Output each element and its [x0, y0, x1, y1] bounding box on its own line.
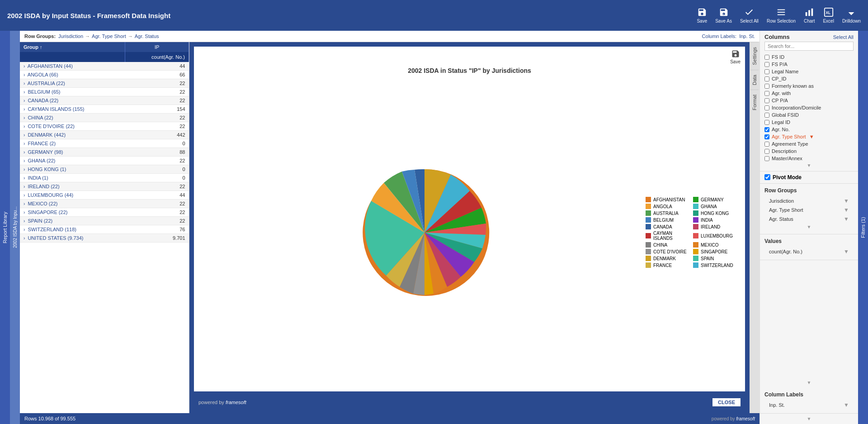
data-tab[interactable]: Data	[750, 70, 759, 90]
col-master-annex-check[interactable]	[764, 156, 769, 161]
search-section	[760, 42, 858, 53]
col-cpid-check[interactable]	[764, 76, 769, 81]
report-library-sidebar[interactable]: Report Library	[0, 31, 10, 424]
scroll-down-columns[interactable]: ▼	[764, 162, 854, 169]
row-expand-cell[interactable]: › CAYMAN ISLANDS (155)	[20, 105, 125, 114]
legend-color-denmark	[646, 256, 651, 261]
scroll-down-rowgroups[interactable]: ▼	[764, 224, 854, 230]
table-row[interactable]: › SPAIN (22) 22	[20, 217, 189, 225]
legend-item-belgium: BELGIUM	[646, 217, 689, 223]
col-incorp-check[interactable]	[764, 105, 769, 110]
chart-button[interactable]: Chart	[804, 7, 815, 24]
breadcrumb-agr-status: Agr. Status	[135, 33, 159, 39]
table-row[interactable]: › MEXICO (22) 22	[20, 200, 189, 208]
row-expand-cell[interactable]: › COTE D'IVOIRE (22)	[20, 122, 125, 131]
col-fspa-check[interactable]	[764, 62, 769, 67]
col-fsid-check[interactable]	[764, 55, 769, 60]
pivot-mode-checkbox[interactable]	[764, 174, 770, 180]
col-fsid: FS ID	[764, 53, 854, 61]
col-legal-id-check[interactable]	[764, 120, 769, 125]
row-expand-cell[interactable]: › AUSTRALIA (22)	[20, 79, 125, 88]
row-expand-cell[interactable]: › CANADA (22)	[20, 96, 125, 105]
table-row[interactable]: › DENMARK (442) 442	[20, 131, 189, 139]
save-button[interactable]: Save	[697, 7, 707, 24]
row-expand-cell[interactable]: › ANGOLA (66)	[20, 71, 125, 79]
row-expand-cell[interactable]: › GERMANY (98)	[20, 148, 125, 157]
col-formerly-check[interactable]	[764, 84, 769, 89]
remove-count-btn[interactable]: ▼	[844, 248, 849, 255]
isda-tab[interactable]: 2002 ISDA by Inpu...	[10, 31, 20, 424]
table-row[interactable]: › GERMANY (98) 88	[20, 148, 189, 157]
table-row[interactable]: › LUXEMBOURG (44) 44	[20, 191, 189, 200]
row-count: 22	[125, 182, 189, 191]
row-expand-cell[interactable]: › GHANA (22)	[20, 157, 125, 165]
remove-jurisdiction-btn[interactable]: ▼	[844, 198, 849, 204]
table-row[interactable]: › CANADA (22) 22	[20, 96, 189, 105]
col-agr-no-check[interactable]	[764, 127, 769, 132]
select-all-button[interactable]: Select All	[740, 7, 759, 24]
remove-agr-type-btn[interactable]: ▼	[844, 207, 849, 213]
table-row[interactable]: › INDIA (1) 0	[20, 174, 189, 182]
table-row[interactable]: › BELGIUM (65) 22	[20, 88, 189, 96]
column-labels: Column Labels: Inp. St.	[702, 33, 755, 39]
row-count: 154	[125, 105, 189, 114]
status-bar: Rows 10.968 of 99.555 powered by frameso…	[20, 413, 760, 424]
legend-label-belgium: BELGIUM	[653, 218, 674, 223]
table-row[interactable]: › SINGAPORE (22) 22	[20, 208, 189, 217]
drilldown-button[interactable]: Drilldown	[842, 7, 861, 24]
table-row[interactable]: › CHINA (22) 22	[20, 114, 189, 122]
save-as-button[interactable]: AS Save As	[715, 7, 732, 24]
row-expand-cell[interactable]: › SPAIN (22)	[20, 217, 125, 225]
table-row[interactable]: › FRANCE (2) 0	[20, 139, 189, 148]
row-expand-cell[interactable]: › BELGIUM (65)	[20, 88, 125, 96]
col-cppa-check[interactable]	[764, 98, 769, 103]
scroll-down-bottom[interactable]: ▼	[760, 414, 858, 424]
row-expand-cell[interactable]: › SINGAPORE (22)	[20, 208, 125, 217]
settings-tab[interactable]: Settings	[750, 42, 759, 70]
row-count: 22	[125, 96, 189, 105]
table-row[interactable]: › UNITED STATES (9.734) 9.701	[20, 234, 189, 243]
table-row[interactable]: › COTE D'IVOIRE (22) 22	[20, 122, 189, 131]
table-row[interactable]: › AUSTRALIA (22) 22	[20, 79, 189, 88]
col-agr-type-short-check[interactable]	[764, 134, 769, 139]
remove-agr-status-btn[interactable]: ▼	[844, 216, 849, 222]
row-expand-cell[interactable]: › IRELAND (22)	[20, 182, 125, 191]
format-tab[interactable]: Format	[750, 90, 759, 115]
select-all-columns[interactable]: Select All	[833, 34, 854, 40]
row-expand-cell[interactable]: › DENMARK (442)	[20, 131, 125, 139]
row-expand-cell[interactable]: › MEXICO (22)	[20, 200, 125, 208]
row-expand-cell[interactable]: › FRANCE (2)	[20, 139, 125, 148]
row-expand-cell[interactable]: › INDIA (1)	[20, 174, 125, 182]
col-desc-check[interactable]	[764, 149, 769, 154]
table-row[interactable]: › HONG KONG (1) 0	[20, 165, 189, 174]
col-agr-type-check[interactable]	[764, 142, 769, 147]
table-row[interactable]: › AFGHANISTAN (44) 44	[20, 62, 189, 71]
filter-tab[interactable]: Filters (1)	[858, 31, 868, 424]
row-groups-label: Row Groups:	[24, 33, 56, 39]
table-row[interactable]: › CAYMAN ISLANDS (155) 154	[20, 105, 189, 114]
legend-item-cote: COTE D'IVOIRE	[646, 249, 689, 254]
columns-search-input[interactable]	[764, 42, 854, 51]
values-title: Values	[764, 238, 854, 244]
col-legal-name-check[interactable]	[764, 69, 769, 74]
scroll-down-middle[interactable]: ▼	[760, 377, 858, 388]
remove-inp-btn[interactable]: ▼	[844, 402, 849, 408]
excel-button[interactable]: XL Excel	[823, 7, 834, 24]
row-expand-cell[interactable]: › SWITZERLAND (118)	[20, 225, 125, 234]
table-row[interactable]: › IRELAND (22) 22	[20, 182, 189, 191]
table-row[interactable]: › ANGOLA (66) 66	[20, 71, 189, 79]
row-expand-cell[interactable]: › CHINA (22)	[20, 114, 125, 122]
row-expand-cell[interactable]: › HONG KONG (1)	[20, 165, 125, 174]
row-selection-button[interactable]: Row Selection	[767, 7, 796, 24]
row-expand-cell[interactable]: › LUXEMBOURG (44)	[20, 191, 125, 200]
table-row[interactable]: › GHANA (22) 22	[20, 157, 189, 165]
col-agr-with-check[interactable]	[764, 91, 769, 96]
row-group-agr-status: Agr. Status ▼	[764, 214, 854, 224]
chart-save-button[interactable]: Save	[730, 49, 741, 64]
row-expand-cell[interactable]: › UNITED STATES (9.734)	[20, 234, 125, 243]
expand-arrow: ›	[24, 124, 25, 129]
row-expand-cell[interactable]: › AFGHANISTAN (44)	[20, 62, 125, 71]
col-global-fsid-check[interactable]	[764, 113, 769, 118]
table-row[interactable]: › SWITZERLAND (118) 76	[20, 225, 189, 234]
chart-close-button[interactable]: CLOSE	[712, 398, 741, 406]
